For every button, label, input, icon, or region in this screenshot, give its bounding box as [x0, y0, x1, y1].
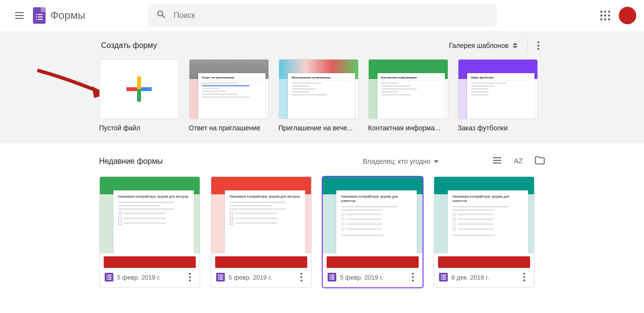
recent-thumb: Нанимаем копирайтера: форма для авторов [100, 177, 200, 253]
forms-icon [33, 7, 46, 24]
card-more-button[interactable] [408, 273, 418, 282]
main-menu-button[interactable] [8, 4, 31, 27]
recent-thumb: Нанимаем копирайтера: форма для клиентов [434, 177, 534, 253]
unfold-icon [513, 43, 518, 48]
recent-date: 5 февр. 2019 г. [117, 274, 181, 281]
forms-icon [328, 273, 336, 282]
header: Формы [0, 0, 644, 31]
template-label: Контактная информа... [368, 124, 448, 132]
template-thumb: Контактная информация [368, 59, 448, 119]
template-label: Приглашение на вече... [279, 124, 359, 132]
title-redacted [327, 256, 419, 268]
template-thumb: Приглашение на вечеринку [279, 59, 359, 119]
template-gallery-button[interactable]: Галерея шаблонов [445, 39, 521, 52]
recent-thumb: Нанимаем копирайтера: форма для клиентов [323, 177, 423, 253]
gallery-label: Галерея шаблонов [449, 42, 508, 49]
templates-section: Создать форму Галерея шаблонов Пустой фа… [0, 31, 644, 143]
template-thumb [99, 59, 179, 119]
list-view-button[interactable] [492, 155, 503, 168]
owner-filter[interactable]: Владелец: кто угодно [363, 157, 439, 165]
card-more-button[interactable] [297, 273, 306, 282]
app-logo[interactable]: Формы [33, 7, 85, 24]
template-thumb: Ответ на приглашение [189, 59, 269, 119]
search-icon [156, 9, 167, 22]
owner-filter-label: Владелец: кто угодно [363, 157, 431, 165]
template-label: Пустой файл [99, 124, 179, 132]
template-thumb: Заказ футболки [458, 59, 538, 119]
title-redacted [438, 256, 530, 268]
search-bar[interactable] [148, 4, 497, 27]
sort-az-icon: AZ [513, 155, 524, 166]
card-more-button[interactable] [519, 273, 529, 282]
template-contact[interactable]: Контактная информация Контактная информа… [368, 59, 448, 132]
list-icon [492, 155, 503, 166]
recent-date: 5 февр. 2019 г. [229, 274, 293, 281]
recent-form-card[interactable]: Нанимаем копирайтера: форма для клиентов… [322, 176, 423, 288]
svg-text:AZ: AZ [514, 157, 522, 165]
recent-date: 5 февр. 2019 г. [340, 274, 404, 281]
search-input[interactable] [173, 11, 489, 20]
avatar[interactable] [619, 7, 636, 24]
caret-down-icon [434, 160, 439, 163]
title-redacted [215, 256, 307, 268]
sort-button[interactable]: AZ [513, 155, 524, 168]
template-label: Ответ на приглашение [189, 124, 269, 132]
recent-section: Недавние формы Владелец: кто угодно AZ Н… [0, 143, 644, 299]
recent-date: 8 дек. 2018 г. [452, 274, 516, 281]
app-title: Формы [50, 9, 85, 22]
title-redacted [104, 256, 196, 268]
recent-form-card[interactable]: Нанимаем копирайтера: форма для клиентов… [434, 176, 534, 288]
hamburger-icon [15, 12, 24, 19]
forms-icon [105, 273, 113, 282]
template-blank[interactable]: Пустой файл [99, 59, 179, 132]
divider [527, 39, 528, 52]
card-more-button[interactable] [185, 273, 195, 282]
template-label: Заказ футболки [458, 124, 538, 132]
recent-form-card[interactable]: Нанимаем копирайтера: форма для авторов5… [99, 176, 200, 288]
apps-icon[interactable] [600, 11, 610, 20]
forms-icon [216, 273, 225, 282]
template-tshirt[interactable]: Заказ футболки Заказ футболки [458, 59, 538, 132]
recent-thumb: Нанимаем копирайтера: форма для авторов [211, 177, 311, 253]
folder-button[interactable] [534, 155, 545, 168]
templates-more-button[interactable] [534, 41, 543, 50]
template-rsvp[interactable]: Ответ на приглашение Ответ на приглашени… [189, 59, 269, 132]
forms-icon [439, 273, 448, 282]
templates-title: Создать форму [101, 41, 157, 50]
recent-title: Недавние формы [99, 157, 163, 166]
recent-form-card[interactable]: Нанимаем копирайтера: форма для авторов5… [211, 176, 312, 288]
folder-icon [534, 155, 545, 166]
template-party[interactable]: Приглашение на вечеринку Приглашение на … [279, 59, 359, 132]
plus-icon [126, 77, 152, 102]
